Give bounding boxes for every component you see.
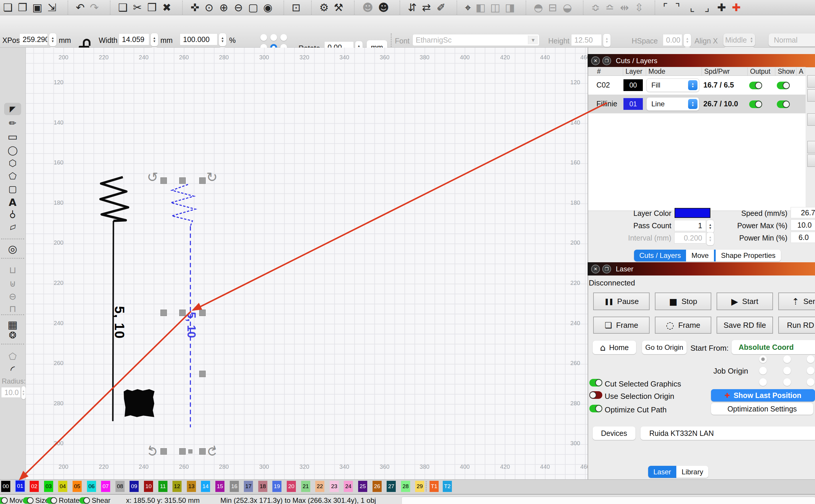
font-height-field[interactable]: 12.50 — [571, 34, 602, 46]
weld-mode-select[interactable]: Normal — [769, 33, 815, 46]
layer-row[interactable]: Fillinie 01 Line ▲▼ 26.7 / 10.0 — [588, 95, 806, 113]
interval-stepper[interactable]: ▲▼ — [706, 232, 714, 246]
origin-cross-icon[interactable]: ✚ — [717, 1, 727, 15]
selection-handle[interactable] — [179, 177, 186, 184]
tab-laser[interactable]: Laser — [648, 466, 676, 478]
corner-tr-icon[interactable]: ⌝ — [673, 1, 682, 15]
palette-chip[interactable]: 23 — [330, 481, 339, 492]
cut-selected-toggle[interactable] — [589, 379, 602, 387]
stop-button[interactable]: ■Stop — [655, 293, 711, 310]
palette-chip[interactable]: 07 — [101, 481, 110, 492]
tab-cuts-layers[interactable]: Cuts / Layers — [634, 250, 686, 261]
power-max-field[interactable]: 10.0 — [791, 220, 815, 230]
float-panel-icon[interactable]: ❐ — [602, 265, 611, 273]
align-bottom-icon[interactable]: ◒ — [562, 1, 572, 15]
close-icon[interactable]: ✕ — [591, 56, 600, 65]
settings-gear-icon[interactable]: ⚙ — [311, 1, 329, 15]
ellipse-tool-icon[interactable]: ◯ — [4, 144, 21, 156]
workspace-canvas[interactable]: 5, 10 5, 10 ↺ ↻ ↺ ↻ — [26, 48, 588, 479]
rotate-handle-icon[interactable]: ↺ — [147, 169, 158, 185]
corner-tl-icon[interactable]: ⌜ — [655, 1, 668, 15]
corner-br-icon[interactable]: ⌟ — [702, 1, 712, 15]
circular-array-icon[interactable]: ❂ — [4, 329, 21, 341]
text-tool-icon[interactable]: A — [4, 196, 21, 209]
layer-color-chip[interactable]: 01 — [623, 98, 643, 110]
palette-chip[interactable]: 17 — [244, 481, 253, 492]
palette-chip[interactable]: 20 — [287, 481, 296, 492]
hspace-stepper[interactable]: ▲▼ — [683, 33, 691, 47]
layer-color-swatch[interactable] — [675, 208, 710, 218]
frame-rect-button[interactable]: ❏Frame — [593, 317, 650, 334]
font-height-stepper[interactable]: ▲▼ — [603, 33, 611, 47]
align-top-icon[interactable]: ◓ — [526, 1, 543, 15]
frame-selection-icon[interactable]: ▢ — [248, 1, 258, 15]
selection-handle[interactable] — [199, 371, 206, 377]
float-panel-icon[interactable]: ❐ — [602, 56, 611, 65]
delete-icon[interactable]: ✖ — [162, 1, 172, 15]
layer-output-toggle[interactable] — [749, 82, 762, 89]
selection-handle[interactable] — [160, 177, 167, 184]
boolean-union-icon[interactable]: ⊎ — [4, 277, 21, 290]
palette-chip[interactable]: T1 — [430, 481, 439, 492]
job-origin-radio[interactable] — [807, 367, 814, 374]
tab-library[interactable]: Library — [676, 466, 708, 478]
pause-button[interactable]: ❚❚Pause — [593, 293, 650, 310]
palette-chip[interactable]: 12 — [172, 481, 182, 492]
font-combo[interactable]: EtharnigSc ▾ — [412, 34, 539, 46]
align-x-select[interactable]: Middle▲▼ — [723, 33, 755, 46]
align-middle-icon[interactable]: ⊟ — [548, 1, 558, 15]
job-origin-radio[interactable] — [783, 355, 791, 363]
users-icon[interactable]: ☻ — [354, 1, 373, 15]
pass-count-stepper[interactable]: ▲▼ — [706, 220, 714, 233]
palette-chip[interactable]: 28 — [401, 481, 410, 492]
palette-chip[interactable]: 08 — [115, 481, 125, 492]
offset-shapes-icon[interactable]: ⬠ — [4, 350, 21, 362]
frame-tool-icon[interactable]: ▢ — [4, 183, 21, 195]
device-name-field[interactable]: Ruida KT332N LAN — [640, 426, 815, 440]
goto-origin-button[interactable]: Go to Origin — [642, 341, 687, 354]
send-button[interactable]: ⇡Send — [778, 293, 815, 310]
interval-field[interactable]: 0.200 — [675, 233, 706, 243]
job-origin-radio[interactable] — [759, 367, 767, 374]
save-rd-button[interactable]: Save RD file — [717, 317, 773, 334]
save-file-icon[interactable]: ▣ — [32, 1, 42, 15]
open-file-icon[interactable]: ❐ — [18, 1, 28, 15]
frame-rubber-button[interactable]: ◌Frame — [655, 317, 711, 334]
camera-icon[interactable]: ◉ — [263, 1, 273, 15]
selection-handle[interactable] — [188, 449, 192, 453]
align-left-icon[interactable]: ◧ — [476, 1, 486, 15]
polygon-tool-icon[interactable]: ⬡ — [4, 157, 21, 169]
palette-chip[interactable]: 03 — [44, 481, 53, 492]
selection-handle[interactable] — [160, 310, 167, 316]
palette-chip[interactable]: 27 — [387, 481, 396, 492]
palette-chip[interactable]: 21 — [301, 481, 310, 492]
palette-chip[interactable]: 11 — [158, 481, 167, 492]
speed-field[interactable]: 26.7 — [791, 207, 815, 218]
distribute-h-icon[interactable]: ≎ — [583, 1, 600, 15]
selection-handle[interactable] — [179, 310, 186, 316]
flip-vertical-icon[interactable]: ⇵ — [400, 1, 417, 15]
layer-mode-select[interactable]: Line ▲▼ — [646, 97, 699, 111]
layer-output-toggle[interactable] — [749, 100, 762, 108]
preview-icon[interactable]: ⊡ — [284, 1, 301, 15]
job-origin-radio[interactable] — [807, 355, 814, 363]
tab-move[interactable]: Move — [686, 250, 714, 261]
copy-icon[interactable]: ❑ — [110, 1, 128, 15]
run-rd-button[interactable]: Run RD file — [778, 317, 815, 334]
fillet-tool-icon[interactable]: ◜ — [4, 364, 21, 376]
show-last-position-button[interactable]: ✚Show Last Position — [711, 389, 815, 401]
engraved-text-blue[interactable]: 5, 10 — [185, 312, 198, 338]
rectangle-tool-icon[interactable]: ▭ — [4, 130, 21, 143]
selection-handle[interactable] — [199, 177, 206, 184]
palette-chip[interactable]: 18 — [258, 481, 267, 492]
job-origin-radio[interactable] — [759, 378, 767, 386]
width-stepper[interactable]: ▲▼ — [150, 33, 158, 46]
pan-tool-icon[interactable]: ✜ — [182, 1, 199, 15]
align-right-icon[interactable]: ◨ — [505, 1, 515, 15]
weld-tool-icon[interactable]: ⊔ — [4, 264, 21, 276]
layer-list-button[interactable] — [807, 89, 815, 102]
optimize-cut-path-toggle[interactable] — [589, 405, 602, 412]
rotate-handle-icon[interactable]: ↻ — [206, 169, 218, 185]
space-h-icon[interactable]: ⇹ — [619, 1, 629, 15]
selection-handle[interactable] — [179, 448, 186, 455]
